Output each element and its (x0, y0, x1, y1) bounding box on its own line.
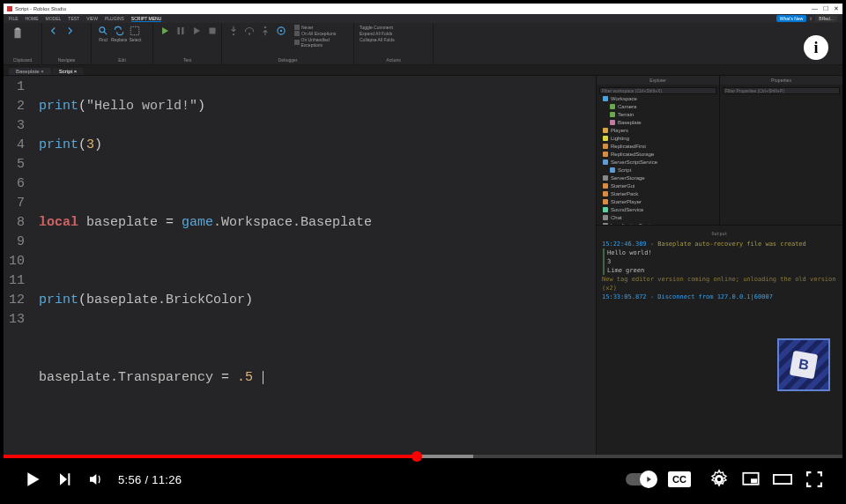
tree-item[interactable]: Lighting (599, 134, 716, 142)
tree-icon (603, 152, 608, 157)
tab-file[interactable]: FILE (9, 16, 19, 21)
output-line: 3 (603, 257, 837, 266)
tree-item[interactable]: Workspace (599, 94, 716, 102)
user-badge[interactable]: BRed... (815, 15, 837, 22)
step-out-icon[interactable] (259, 25, 271, 37)
action-opt[interactable]: Expand All Folds (360, 31, 392, 36)
resume-icon[interactable] (190, 25, 203, 37)
tab-scriptmenu[interactable]: SCRIPT MENU (131, 16, 161, 22)
tree-item[interactable]: ReplicatedFirst (599, 142, 716, 150)
svg-point-9 (264, 26, 266, 28)
captions-button[interactable]: CC (668, 471, 691, 487)
next-button[interactable] (48, 463, 79, 495)
select-icon[interactable] (129, 25, 141, 37)
maximize-button[interactable]: ☐ (823, 5, 828, 12)
tree-label: ReplicatedFirst (611, 143, 646, 150)
svg-rect-13 (751, 478, 757, 483)
debug-opt[interactable]: On All Exceptions (301, 31, 336, 36)
tree-icon (603, 207, 608, 212)
tree-label: SoundService (611, 206, 643, 213)
debug-opt[interactable]: Never (301, 25, 313, 30)
pause-icon[interactable] (174, 25, 187, 37)
minimize-button[interactable]: — (812, 5, 818, 12)
channel-watermark[interactable]: B (777, 338, 830, 391)
tree-label: Chat (611, 214, 622, 221)
output-line: - Baseplate auto-recovery file was creat… (647, 241, 806, 248)
tree-icon (610, 167, 615, 173)
tree-item[interactable]: Terrain (599, 110, 716, 118)
properties-filter[interactable] (723, 87, 840, 94)
tree-item[interactable]: StarterPlayer (599, 197, 716, 205)
find-label: Find (99, 37, 108, 42)
tree-item[interactable]: Baseplate (599, 118, 716, 126)
properties-panel: Properties (720, 76, 842, 225)
output-title: Output (602, 229, 837, 238)
tree-item[interactable]: StarterGui (599, 182, 716, 189)
miniplayer-button[interactable] (735, 463, 767, 495)
tree-label: StarterGui (611, 182, 634, 189)
tree-item[interactable]: StarterPack (599, 189, 716, 197)
tree-item[interactable]: SoundService (599, 205, 716, 213)
code-editor[interactable]: 12345678910111213 print("Hello world!") … (4, 76, 596, 455)
share-icon[interactable]: ⇪ (809, 16, 813, 21)
window-title: Script - Roblox Studio (15, 6, 66, 11)
tree-label: LocalizationService (611, 222, 657, 226)
theater-button[interactable] (767, 463, 798, 495)
back-icon[interactable] (48, 25, 60, 37)
play-icon[interactable] (159, 25, 171, 37)
tree-item[interactable]: Camera (599, 102, 716, 110)
tree-label: StarterPlayer (611, 198, 642, 205)
paste-icon[interactable] (9, 25, 26, 42)
action-opt[interactable]: Toggle Comment (360, 25, 393, 30)
info-icon[interactable]: i (804, 35, 828, 60)
replace-label: Replace (111, 37, 127, 42)
tab-home[interactable]: HOME (26, 16, 39, 21)
tab-plugins[interactable]: PLUGINS (105, 16, 124, 21)
svg-point-7 (233, 33, 234, 35)
tree-item[interactable]: Script (599, 166, 716, 174)
svg-rect-6 (210, 28, 216, 34)
tree-icon (603, 183, 608, 189)
tab-view[interactable]: VIEW (86, 16, 98, 21)
tree-item[interactable]: Players (599, 126, 716, 134)
svg-point-8 (249, 33, 250, 34)
play-button[interactable] (16, 463, 48, 495)
svg-rect-14 (774, 475, 791, 484)
tree-item[interactable]: Chat (599, 213, 716, 221)
whatsnew-button[interactable]: What's New (776, 15, 807, 22)
action-opt[interactable]: Collapse All Folds (360, 37, 395, 42)
tree-icon (610, 112, 615, 117)
tab-test[interactable]: TEST (68, 16, 79, 21)
tree-item[interactable]: LocalizationService (599, 221, 716, 225)
settings-button[interactable] (703, 463, 735, 495)
replace-icon[interactable] (113, 25, 125, 37)
output-line: Lime green (603, 266, 837, 275)
tree-icon (603, 191, 608, 196)
doctab-baseplate[interactable]: Baseplate × (9, 68, 51, 75)
explorer-filter[interactable] (599, 87, 716, 94)
autoplay-toggle[interactable] (626, 473, 656, 485)
tree-item[interactable]: ServerStorage (599, 174, 716, 182)
tree-label: Baseplate (618, 119, 642, 126)
fullscreen-button[interactable] (798, 463, 830, 495)
explorer-tree[interactable]: WorkspaceCameraTerrainBaseplatePlayersLi… (599, 94, 716, 225)
debug-opt[interactable]: On Unhandled Exceptions (301, 37, 348, 48)
output-line: - Disconnect from 127.0.0.1|60007 (647, 293, 773, 300)
doctab-script[interactable]: Script × (52, 68, 85, 75)
step-into-icon[interactable] (227, 25, 240, 37)
tree-item[interactable]: ServerScriptService (599, 158, 716, 166)
player-controls: 5:56 / 11:26 CC (4, 458, 842, 500)
code-body[interactable]: print("Hello world!") print(3) local bas… (30, 76, 596, 455)
close-button[interactable]: ✕ (834, 5, 839, 12)
tree-item[interactable]: ReplicatedStorage (599, 150, 716, 158)
find-icon[interactable] (97, 25, 109, 37)
volume-button[interactable] (79, 463, 111, 495)
watch-icon[interactable] (275, 25, 287, 37)
tab-model[interactable]: MODEL (46, 16, 62, 21)
forward-icon[interactable] (63, 25, 76, 37)
stop-icon[interactable] (206, 25, 219, 37)
step-over-icon[interactable] (243, 25, 256, 37)
tree-icon (603, 223, 608, 226)
select-label: Select (129, 37, 141, 42)
svg-point-11 (280, 30, 282, 32)
